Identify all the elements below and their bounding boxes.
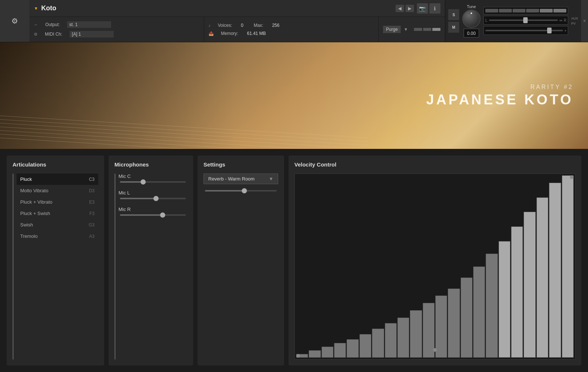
velocity-handle-bottom[interactable] <box>296 354 300 358</box>
articulation-note-swish: G3 <box>89 222 95 228</box>
articulation-name-swish: Swish <box>20 222 33 228</box>
nav-arrows: ◀ ▶ <box>396 5 414 12</box>
s-button[interactable]: S <box>448 9 459 20</box>
nav-next-button[interactable]: ▶ <box>405 5 414 12</box>
level-bars-area: L ⇔ R + <box>483 7 568 35</box>
svg-line-3 <box>0 127 368 149</box>
articulation-item-pluck[interactable]: Pluck C3 <box>17 174 98 185</box>
pan-control[interactable]: L ⇔ R <box>483 16 568 25</box>
articulation-note-pluck-vibrato: E3 <box>89 200 95 205</box>
articulations-panel: Articulations Pluck C3 Molto Vibrato D3 … <box>7 155 104 365</box>
svg-line-1 <box>0 119 368 142</box>
instrument-title: Koto <box>41 4 396 12</box>
memory-icon: 📥 <box>209 31 214 36</box>
microphones-left-bar <box>114 174 116 360</box>
vel-bar-12 <box>448 289 460 358</box>
mic-r-slider[interactable] <box>120 214 186 216</box>
articulation-name-tremolo: Tremolo <box>20 233 38 239</box>
velocity-title: Velocity Control <box>294 161 575 168</box>
vel-bar-6 <box>372 329 384 358</box>
reverb-dropdown[interactable]: Reverb - Warm Room ▼ <box>203 174 278 184</box>
info-button[interactable]: ℹ <box>429 3 440 14</box>
articulation-name-molto-vibrato: Molto Vibrato <box>20 188 48 193</box>
title-section: ▼ Koto ◀ ▶ 📷 ℹ ↔ Output: st. 1 <box>29 0 445 42</box>
led-indicators <box>414 28 440 31</box>
memory-label: Memory: <box>221 31 238 36</box>
vel-bar-1 <box>309 350 320 358</box>
pan-left-label: L <box>485 18 488 22</box>
articulation-note-pluck-swish: F3 <box>89 211 95 216</box>
velocity-handle-top[interactable] <box>570 175 574 179</box>
led-3 <box>432 28 440 31</box>
articulation-name-pluck-vibrato: Pluck + Vibrato <box>20 199 53 205</box>
velocity-handle-mid[interactable] <box>433 348 437 352</box>
vel-bar-9 <box>410 310 422 358</box>
svg-line-6 <box>0 138 368 149</box>
vel-bar-2 <box>322 347 333 358</box>
tune-knob-area: Tune 0.00 <box>462 4 481 37</box>
rarity-text: RARITY #2 <box>426 84 573 90</box>
tune-value: 0.00 <box>467 31 475 36</box>
pv-label: PV <box>571 22 578 25</box>
midi-select[interactable]: [A] 1 <box>70 31 114 37</box>
vel-bar-18 <box>524 212 535 358</box>
articulations-title: Articulations <box>13 161 98 168</box>
purge-button[interactable]: Purge <box>383 26 401 33</box>
velocity-chart <box>294 174 575 360</box>
settings-panel: Settings Reverb - Warm Room ▼ <box>198 155 284 365</box>
vel-bar-4 <box>347 339 358 358</box>
reverb-slider[interactable] <box>205 190 277 192</box>
articulation-item-pluck-vibrato[interactable]: Pluck + Vibrato E3 <box>17 196 98 208</box>
side-labels: AUX PV <box>571 17 578 25</box>
articulation-name-pluck: Pluck <box>20 176 32 182</box>
voices-icon: ♪ <box>209 23 211 28</box>
voices-label: Voices: <box>218 23 232 28</box>
articulations-panel-inner: Pluck C3 Molto Vibrato D3 Pluck + Vibrat… <box>13 174 98 360</box>
vel-bar-13 <box>461 278 472 358</box>
camera-button[interactable]: 📷 <box>417 3 428 14</box>
articulation-item-swish[interactable]: Swish G3 <box>17 219 98 230</box>
logo-area: ⚙ <box>0 0 29 42</box>
articulation-item-molto-vibrato[interactable]: Molto Vibrato D3 <box>17 185 98 196</box>
articulation-item-tremolo[interactable]: Tremolo A3 <box>17 230 98 242</box>
articulations-left-bar <box>13 174 14 360</box>
mic-r-label: Mic R <box>118 207 187 212</box>
top-bar: ⚙ ▼ Koto ◀ ▶ 📷 ℹ ↔ Output: <box>0 0 588 42</box>
max-value: 256 <box>272 23 279 28</box>
panels-area: Articulations Pluck C3 Molto Vibrato D3 … <box>0 149 588 372</box>
mic-l-slider[interactable] <box>120 198 186 199</box>
led-1 <box>414 28 422 31</box>
m-button[interactable]: M <box>448 22 459 33</box>
vel-bar-3 <box>334 343 346 358</box>
hero-title: RARITY #2 JAPANESE KOTO <box>426 84 573 108</box>
pan-center-icon: ⇔ <box>559 18 562 22</box>
reverb-thumb[interactable] <box>242 188 247 193</box>
vel-bar-11 <box>435 296 447 358</box>
right-controls: S M Tune 0.00 <box>445 0 581 42</box>
tune-display: 0.00 <box>464 29 479 37</box>
mic-l-thumb[interactable] <box>153 196 159 201</box>
volume-slider[interactable] <box>485 30 563 31</box>
vel-bar-5 <box>359 334 371 358</box>
output-select[interactable]: st. 1 <box>67 21 111 28</box>
midi-icon: ⚙ <box>34 32 38 37</box>
volume-control[interactable]: + <box>483 26 568 35</box>
close-button[interactable]: × <box>581 0 588 42</box>
vel-bar-15 <box>486 254 497 358</box>
mic-section: Mic C Mic L Mic R <box>118 174 187 360</box>
mic-c-slider[interactable] <box>120 181 186 183</box>
articulation-item-pluck-swish[interactable]: Pluck + Swish F3 <box>17 208 98 219</box>
nav-prev-button[interactable]: ◀ <box>396 5 404 12</box>
svg-line-0 <box>0 116 368 138</box>
instrument-name: JAPANESE KOTO <box>426 92 573 108</box>
articulation-note-tremolo: A3 <box>89 234 95 239</box>
svg-line-2 <box>0 123 368 145</box>
mic-c-thumb[interactable] <box>141 179 146 185</box>
pan-slider[interactable] <box>489 19 558 21</box>
tune-knob[interactable] <box>462 10 481 28</box>
pan-right-label: R <box>564 18 566 22</box>
hero-area: RARITY #2 JAPANESE KOTO <box>0 42 588 149</box>
mic-r-thumb[interactable] <box>160 212 165 218</box>
vel-bar-8 <box>397 318 409 358</box>
articulation-note-pluck: C3 <box>89 177 95 182</box>
